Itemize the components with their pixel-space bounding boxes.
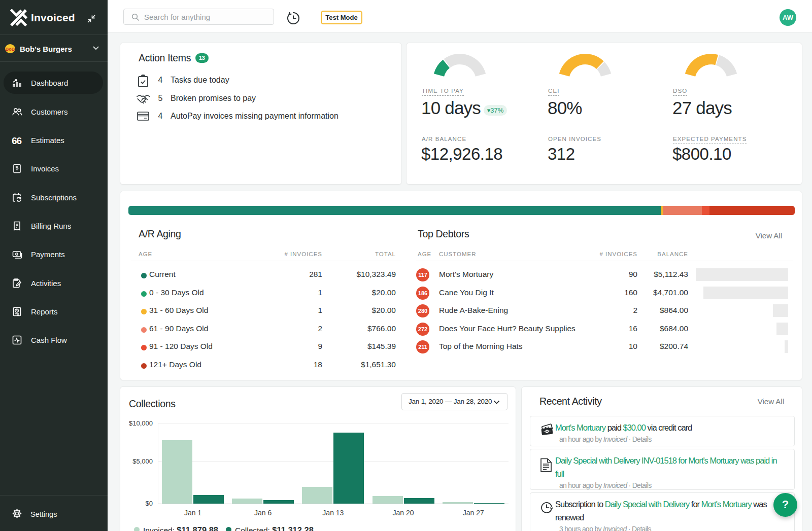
svg-text:66: 66 [12, 135, 22, 145]
svg-text:BoB: BoB [6, 47, 15, 52]
